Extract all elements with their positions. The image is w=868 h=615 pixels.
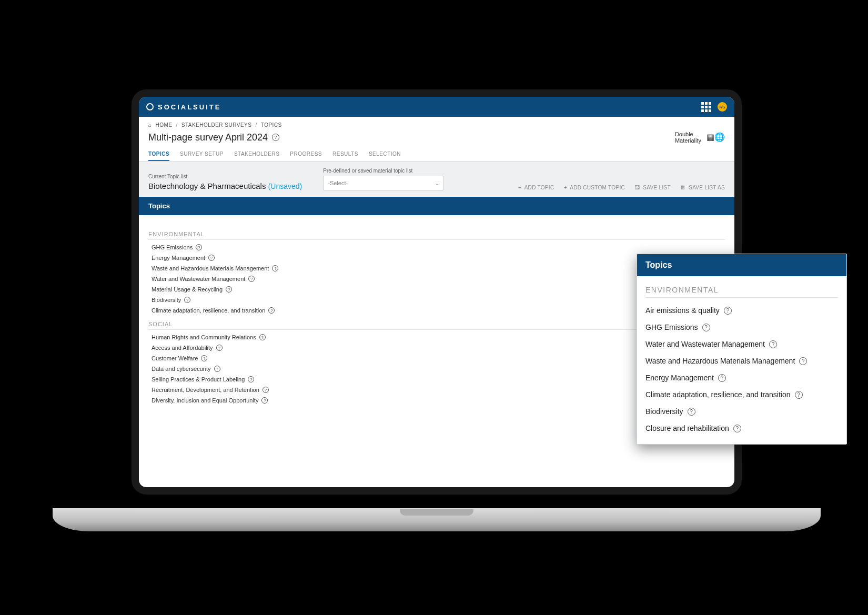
tab-survey-setup[interactable]: SURVEY SETUP [180, 148, 224, 161]
help-icon[interactable]: ? [718, 374, 726, 382]
tab-progress[interactable]: PROGRESS [290, 148, 322, 161]
panel-topic-item[interactable]: Closure and rehabilitation? [645, 416, 838, 432]
app-header: SOCIALSUITE KS [139, 97, 734, 117]
help-icon[interactable]: ? [196, 244, 202, 250]
topic-label: Selling Practices & Product Labeling [152, 376, 245, 382]
avatar[interactable]: KS [718, 102, 727, 112]
group-title: ENVIRONMENTAL [148, 224, 725, 240]
dm-label-2: Materiality [675, 137, 701, 144]
help-icon[interactable]: ? [795, 391, 803, 399]
apps-menu-icon[interactable] [701, 102, 711, 112]
panel-topic-label: Climate adaptation, resilience, and tran… [645, 390, 791, 399]
panel-topic-label: Biodiversity [645, 407, 683, 416]
topic-label: Data and cybersecurity [152, 366, 211, 372]
double-materiality-badge: Double Materiality ▦🌐 [675, 131, 725, 144]
panel-topic-item[interactable]: Biodiversity? [645, 399, 838, 416]
help-icon[interactable]: ? [733, 425, 741, 432]
home-icon[interactable]: ⌂ [148, 122, 152, 128]
help-icon[interactable]: ? [248, 276, 255, 282]
predefined-label: Pre-defined or saved material topic list [323, 168, 444, 174]
topic-label: Material Usage & Recycling [152, 286, 223, 293]
dm-label-1: Double [675, 131, 701, 137]
help-icon[interactable]: ? [263, 387, 269, 393]
brand-text: SOCIALSUITE [158, 103, 221, 111]
help-icon[interactable]: ? [226, 286, 232, 293]
save-icon: 🖫 [634, 184, 640, 190]
panel-topic-label: Water and Wastewater Management [645, 340, 765, 348]
laptop-base [53, 508, 821, 531]
help-icon[interactable]: ? [702, 324, 710, 331]
topic-label: Access and Affordability [152, 345, 213, 351]
brand[interactable]: SOCIALSUITE [146, 103, 221, 111]
select-value: -Select- [328, 180, 348, 186]
predefined-select[interactable]: -Select- ⌄ [323, 176, 444, 190]
current-list-value: Biotechnology & Pharmaceuticals (Unsaved… [148, 182, 302, 190]
topics-detail-panel: Topics ENVIRONMENTAL Air emissions & qua… [637, 254, 847, 445]
topic-label: GHG Emissions [152, 244, 193, 250]
panel-topic-label: Waste and Hazardous Materials Management [645, 357, 795, 365]
topic-label: Waste and Hazardous Materials Management [152, 265, 269, 271]
crumb-surveys[interactable]: STAKEHOLDER SURVEYS [181, 122, 252, 128]
panel-topic-item[interactable]: Water and Wastewater Management? [645, 331, 838, 348]
topic-label: Climate adaptation, resilience, and tran… [152, 307, 265, 314]
topic-label: Energy Management [152, 255, 205, 261]
save-list-as-button[interactable]: 🗎SAVE LIST AS [680, 184, 725, 190]
current-list-label: Current Topic list [148, 174, 302, 179]
page-title: Multi-page survey April 2024 ? [148, 132, 279, 143]
help-icon[interactable]: ? [248, 376, 254, 382]
tab-topics[interactable]: TOPICS [148, 148, 169, 161]
help-icon[interactable]: ? [769, 340, 777, 348]
topic-label: Customer Welfare [152, 355, 198, 361]
unsaved-badge: (Unsaved) [268, 182, 302, 190]
tab-selection[interactable]: SELECTION [369, 148, 401, 161]
plus-icon: + [518, 184, 522, 190]
toolbar: Current Topic list Biotechnology & Pharm… [139, 161, 734, 197]
panel-group-title: ENVIRONMENTAL [645, 286, 838, 298]
help-icon[interactable]: ? [216, 345, 223, 351]
panel-topic-label: GHG Emissions [645, 323, 698, 331]
panel-header: Topics [637, 254, 846, 276]
panel-topic-item[interactable]: Waste and Hazardous Materials Management… [645, 348, 838, 365]
tab-stakeholders[interactable]: STAKEHOLDERS [234, 148, 279, 161]
add-custom-topic-button[interactable]: +ADD CUSTOM TOPIC [563, 184, 625, 190]
help-icon[interactable]: ? [272, 134, 279, 141]
page-title-text: Multi-page survey April 2024 [148, 132, 268, 143]
help-icon[interactable]: ? [724, 307, 732, 315]
topic-label: Biodiversity [152, 297, 181, 303]
tabs: TOPICSSURVEY SETUPSTAKEHOLDERSPROGRESSRE… [139, 148, 734, 161]
save-as-icon: 🗎 [680, 184, 686, 190]
panel-topic-item[interactable]: GHG Emissions? [645, 315, 838, 331]
save-list-button[interactable]: 🖫SAVE LIST [634, 184, 671, 190]
topic-label: Recruitment, Development, and Retention [152, 387, 259, 393]
topic-label: Diversity, Inclusion and Equal Opportuni… [152, 397, 258, 404]
help-icon[interactable]: ? [184, 297, 190, 303]
help-icon[interactable]: ? [214, 366, 220, 372]
help-icon[interactable]: ? [261, 397, 268, 404]
crumb-home[interactable]: HOME [156, 122, 173, 128]
dm-icons: ▦🌐 [706, 133, 725, 142]
panel-topic-item[interactable]: Energy Management? [645, 365, 838, 382]
crumb-topics[interactable]: TOPICS [261, 122, 282, 128]
topic-item[interactable]: GHG Emissions? [148, 240, 725, 250]
add-topic-button[interactable]: +ADD TOPIC [518, 184, 554, 190]
help-icon[interactable]: ? [688, 408, 695, 416]
panel-topic-label: Closure and rehabilitation [645, 424, 729, 432]
chevron-down-icon: ⌄ [435, 180, 439, 186]
help-icon[interactable]: ? [268, 307, 275, 314]
panel-topic-label: Air emissions & quality [645, 306, 720, 315]
panel-topic-item[interactable]: Climate adaptation, resilience, and tran… [645, 382, 838, 399]
help-icon[interactable]: ? [799, 357, 807, 365]
panel-topic-item[interactable]: Air emissions & quality? [645, 298, 838, 315]
breadcrumb: ⌂ HOME / STAKEHOLDER SURVEYS / TOPICS [139, 117, 734, 128]
topic-label: Human Rights and Community Relations [152, 334, 256, 340]
help-icon[interactable]: ? [259, 334, 266, 340]
help-icon[interactable]: ? [201, 355, 207, 361]
help-icon[interactable]: ? [272, 265, 278, 271]
topic-label: Water and Wastewater Management [152, 276, 245, 282]
plus-icon: + [563, 184, 567, 190]
panel-topic-label: Energy Management [645, 374, 714, 382]
brand-icon [146, 103, 154, 110]
help-icon[interactable]: ? [208, 255, 215, 261]
section-header: Topics [139, 197, 734, 215]
tab-results[interactable]: RESULTS [332, 148, 358, 161]
